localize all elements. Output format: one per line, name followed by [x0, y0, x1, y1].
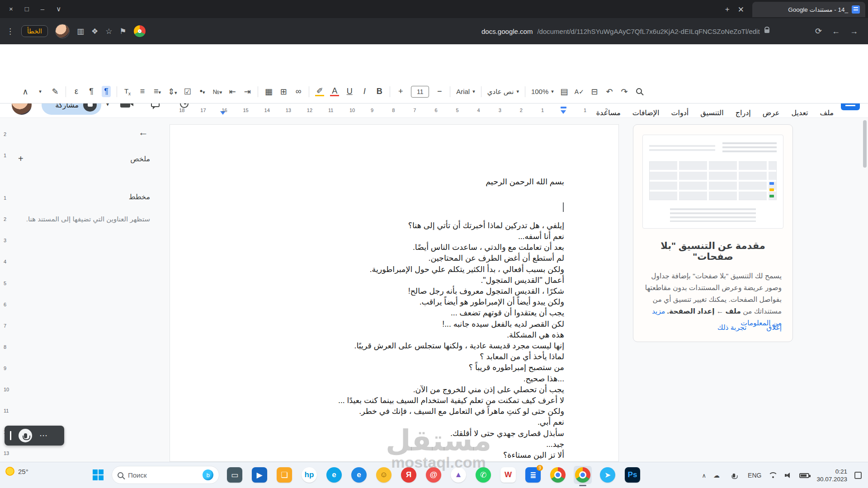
- doc-line[interactable]: ألا تز الين مستاءة؟: [197, 450, 564, 460]
- taskbar-app-yandex-app[interactable]: Я: [400, 466, 418, 484]
- extensions-icon[interactable]: ❖: [91, 27, 98, 36]
- more-options-icon[interactable]: ⋯: [39, 431, 48, 441]
- insert-link-icon[interactable]: ∞: [294, 87, 303, 96]
- restore-window-icon[interactable]: □: [25, 5, 29, 13]
- bookmark-star-icon[interactable]: ☆: [105, 27, 112, 36]
- close-window-icon[interactable]: ×: [9, 5, 13, 13]
- clear-formatting-icon[interactable]: Tx: [123, 87, 132, 96]
- doc-line[interactable]: من ستصبح إمبراطوره قريباً ؟: [197, 362, 564, 373]
- doc-line[interactable]: [197, 209, 564, 220]
- doc-line[interactable]: أعمال "القديس المتجول".: [197, 275, 564, 286]
- doc-line[interactable]: بسم الله الرحمن الرحيم: [197, 176, 564, 187]
- taskbar-app-hp-app[interactable]: hp: [300, 466, 318, 484]
- close-tab-button[interactable]: ✕: [738, 5, 744, 14]
- minimize-window-icon[interactable]: –: [41, 5, 44, 13]
- checklist-icon[interactable]: ☑: [183, 87, 192, 97]
- ruler-vertical[interactable]: 2112345678910111213: [0, 118, 12, 462]
- bold-icon[interactable]: B: [375, 87, 384, 96]
- spellcheck-icon[interactable]: A✓: [575, 88, 584, 95]
- doc-line[interactable]: لماذا يأخذ أي من المعابد ؟: [197, 351, 564, 362]
- doc-line[interactable]: ولكن بسبب أفعالي ، بدأ الكثير يتكلم علي …: [197, 264, 564, 275]
- taskbar-app-internet-explorer[interactable]: e: [350, 466, 368, 484]
- start-button[interactable]: [93, 469, 104, 480]
- menu-item[interactable]: ملف: [819, 108, 835, 118]
- increase-font-size-icon[interactable]: +: [396, 87, 405, 96]
- microphone-button[interactable]: [19, 429, 32, 442]
- line-spacing-icon[interactable]: ⇕▾: [168, 87, 177, 97]
- paint-format-icon[interactable]: ▤: [560, 87, 569, 97]
- add-comment-icon[interactable]: ⊞: [279, 87, 288, 97]
- mode-dropdown-icon[interactable]: ▾: [36, 89, 45, 94]
- onedrive-cloud-icon[interactable]: ☁: [713, 472, 720, 479]
- doc-line[interactable]: [197, 187, 564, 198]
- increase-indent-icon[interactable]: ⇥: [243, 87, 252, 97]
- menu-item[interactable]: التنسيق: [699, 108, 724, 118]
- error-extension-button[interactable]: الخطأ: [21, 25, 48, 37]
- taskbar-app-remote-desktop[interactable]: ▭: [226, 466, 244, 484]
- menu-item[interactable]: أدوات: [670, 108, 689, 118]
- collapse-menus-icon[interactable]: ∧: [21, 87, 30, 97]
- taskbar-app-file-explorer[interactable]: ❏: [275, 466, 293, 484]
- doc-line[interactable]: هذه هي المشكلة.: [197, 329, 564, 340]
- align-right-icon[interactable]: ≡: [138, 87, 147, 96]
- weather-widget[interactable]: 25°: [5, 467, 28, 476]
- share-flag-icon[interactable]: ⚑: [120, 27, 127, 36]
- paragraph-rtl-icon[interactable]: ¶: [102, 86, 111, 97]
- wifi-icon[interactable]: [769, 472, 778, 479]
- text-color-icon[interactable]: A: [330, 87, 339, 96]
- battery-icon[interactable]: [799, 473, 809, 478]
- language-indicator[interactable]: ENG: [748, 472, 761, 479]
- taskbar-app-emoji-app[interactable]: ☺: [375, 466, 393, 484]
- volume-icon[interactable]: [785, 473, 792, 478]
- italic-icon[interactable]: I: [360, 87, 369, 96]
- doc-line[interactable]: سأبذل قصارى جهدي حتى لا أقلقك.: [197, 428, 564, 439]
- doc-line[interactable]: ولكن يبدو أيضاً أن الإمبراطور هو أيضاً ي…: [197, 296, 564, 307]
- paragraph-style-select[interactable]: نص عادي▾: [487, 88, 519, 96]
- chrome-logo-icon[interactable]: [134, 25, 146, 37]
- taskbar-app-w-office-app[interactable]: W: [499, 466, 517, 484]
- menu-item[interactable]: مساعدة: [595, 108, 622, 118]
- taskbar-app-media-player[interactable]: ▶: [250, 466, 269, 484]
- chevron-down-icon[interactable]: ∨: [56, 5, 61, 13]
- doc-line[interactable]: إنها ليست مجرد قديسة عادية ، ولكنها ستجل…: [197, 340, 564, 351]
- browser-profile-avatar[interactable]: [55, 24, 70, 38]
- url-bar[interactable]: docs.google.com/document/d/112hSYuWgAAyC…: [481, 28, 769, 35]
- doc-line[interactable]: لم أستطع أن أغض الطرف عن المحتاجين.: [197, 253, 564, 263]
- menu-item[interactable]: الإضافات: [632, 108, 660, 118]
- taskbar-app-telegram[interactable]: ➤: [599, 466, 617, 484]
- numbered-list-icon[interactable]: №▾: [213, 87, 222, 96]
- vertical-scrollbar[interactable]: [863, 120, 867, 168]
- taskbar-app-whatsapp[interactable]: ✆: [474, 466, 492, 484]
- doc-line[interactable]: إيلفي ، هل تدركين لماذا أخبرتك أن تأتي إ…: [197, 220, 564, 231]
- indent-marker-right[interactable]: [561, 110, 566, 114]
- decrease-indent-icon[interactable]: ⇤: [228, 87, 237, 97]
- browser-tab[interactable]: _14 - مستندات Google: [752, 2, 865, 17]
- taskbar-app-docs-app[interactable]: ≣9: [524, 466, 542, 484]
- special-characters-icon[interactable]: ε: [72, 87, 81, 96]
- doc-line[interactable]: نعم أنا أسفه...: [197, 231, 564, 242]
- doc-line[interactable]: [197, 198, 564, 209]
- doc-line[interactable]: لا أعرف كيف تمكنت من تعلم كيفية استخدام …: [197, 395, 564, 406]
- print-icon[interactable]: ⊟: [590, 87, 599, 97]
- clock[interactable]: 0:21 30.07.2023: [816, 468, 847, 483]
- paragraph-ltr-icon[interactable]: ¶: [87, 87, 96, 96]
- taskbar-app-chrome-profile-1[interactable]: [549, 466, 567, 484]
- new-tab-button[interactable]: +: [725, 5, 730, 14]
- underline-icon[interactable]: U: [345, 87, 354, 96]
- back-icon[interactable]: ←: [832, 27, 840, 36]
- reload-icon[interactable]: ⟳: [815, 26, 822, 36]
- doc-line[interactable]: يجب أن تحصلي على إذن مني للخروج من الآن.: [197, 384, 564, 395]
- editing-mode-pen-icon[interactable]: ✎: [51, 87, 60, 97]
- tray-microphone-icon[interactable]: [728, 470, 739, 481]
- decrease-font-size-icon[interactable]: −: [435, 87, 444, 96]
- doc-line[interactable]: لكن القصر لديه بالفعل سيده جانبه ...!: [197, 319, 564, 329]
- doc-line[interactable]: ولكن حتى لو كنتِ ماهراً في التعامل مع ال…: [197, 406, 564, 417]
- menu-item[interactable]: إدراج: [735, 108, 752, 118]
- doc-line[interactable]: شكرًا ، القديس المتجول معروف بأنه رجل صا…: [197, 286, 564, 296]
- undo-icon[interactable]: ↶: [605, 87, 614, 97]
- insert-image-icon[interactable]: ▦: [264, 87, 273, 97]
- doc-line[interactable]: يجب أن يعتقدوا أن قوتهم تضعف ...: [197, 307, 564, 318]
- first-line-indent-marker[interactable]: [561, 107, 566, 108]
- align-dropdown-icon[interactable]: ≡▾: [153, 87, 162, 96]
- add-summary-icon[interactable]: +: [18, 154, 24, 164]
